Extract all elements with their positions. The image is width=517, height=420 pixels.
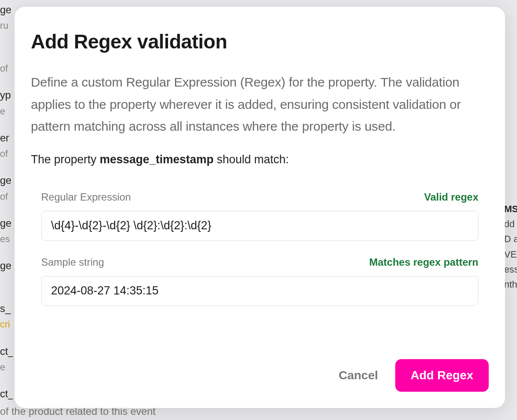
background-left-fragments: geru ofypeerofgeofgeesge s_crict_ect_ <box>0 0 13 420</box>
modal-description: Define a custom Regular Expression (Rege… <box>31 71 489 138</box>
regex-field-header: Regular Expression Valid regex <box>41 191 478 203</box>
regex-label: Regular Expression <box>41 191 131 203</box>
background-right-fragments: MSddD aVEessnth <box>504 0 517 420</box>
property-suffix: should match: <box>213 153 289 166</box>
sample-field-header: Sample string Matches regex pattern <box>41 256 478 268</box>
sample-status: Matches regex pattern <box>369 256 478 268</box>
add-regex-modal: Add Regex validation Define a custom Reg… <box>15 7 505 408</box>
regex-input[interactable] <box>41 211 478 241</box>
add-regex-button[interactable]: Add Regex <box>395 359 489 392</box>
sample-label: Sample string <box>41 256 104 268</box>
cancel-button[interactable]: Cancel <box>337 365 380 386</box>
property-name: message_timestamp <box>100 153 214 166</box>
modal-title: Add Regex validation <box>31 30 489 53</box>
modal-actions: Cancel Add Regex <box>337 359 489 392</box>
sample-field-group: Sample string Matches regex pattern <box>31 256 489 306</box>
regex-field-group: Regular Expression Valid regex <box>31 191 489 241</box>
sample-input[interactable] <box>41 276 478 306</box>
property-match-line: The property message_timestamp should ma… <box>31 153 489 166</box>
regex-status: Valid regex <box>424 191 478 203</box>
property-prefix: The property <box>31 153 100 166</box>
